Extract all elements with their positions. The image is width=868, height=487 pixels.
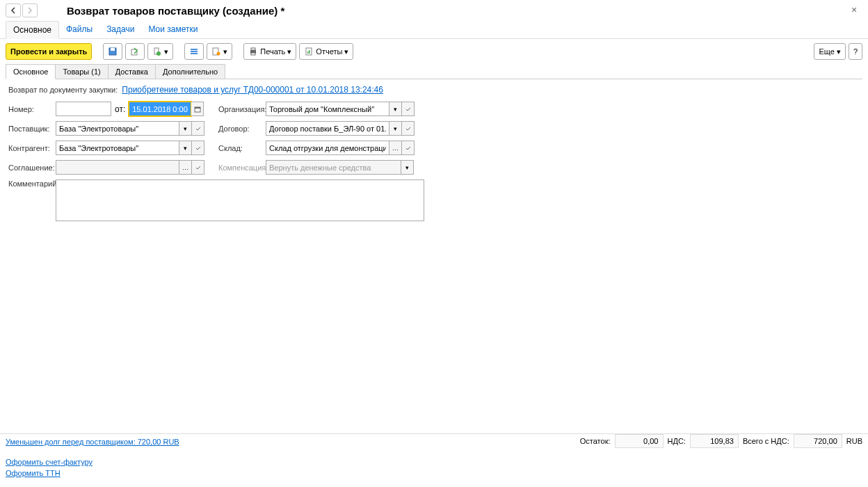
- org-open-button[interactable]: [402, 102, 415, 116]
- svg-rect-12: [251, 53, 255, 55]
- row-agreement-compensation: Соглашение: … Компенсация: ▾: [8, 160, 860, 175]
- svg-rect-6: [191, 51, 198, 52]
- counterparty-open-button[interactable]: [192, 141, 204, 155]
- debt-link-area: Уменьшен долг перед поставщиком: 720,00 …: [6, 437, 179, 447]
- content-tab-additional[interactable]: Дополнительно: [155, 64, 225, 79]
- date-input[interactable]: [129, 102, 191, 116]
- window-title: Возврат товаров поставщику (создание) *: [67, 5, 284, 17]
- number-input[interactable]: [56, 102, 111, 116]
- comment-textarea[interactable]: [56, 179, 424, 221]
- counterparty-label: Контрагент:: [8, 144, 56, 152]
- dropdown-icon: ▾: [223, 47, 227, 56]
- return-by-doc-link[interactable]: Приобретение товаров и услуг ТД00-000001…: [122, 85, 383, 95]
- nav-back-button[interactable]: [6, 3, 21, 17]
- row-number-org: Номер: от: Организация: ▾: [8, 102, 860, 116]
- top-tab-files[interactable]: Файлы: [59, 21, 99, 38]
- agreement-open-button[interactable]: [192, 160, 204, 175]
- counterparty-dropdown-button[interactable]: ▾: [179, 141, 192, 155]
- warehouse-choose-button[interactable]: …: [389, 141, 402, 155]
- org-input[interactable]: [266, 102, 389, 116]
- top-tab-main[interactable]: Основное: [6, 21, 59, 39]
- debt-reduced-link[interactable]: Уменьшен долг перед поставщиком: 720,00 …: [6, 438, 179, 446]
- post-icon: [130, 47, 140, 56]
- exchange-icon: [211, 47, 221, 56]
- compensation-dropdown-button[interactable]: ▾: [401, 160, 414, 175]
- top-tab-tasks[interactable]: Задачи: [99, 21, 141, 38]
- org-dropdown-button[interactable]: ▾: [389, 102, 402, 116]
- currency-label: RUB: [846, 437, 862, 445]
- arrow-right-icon: [26, 7, 33, 14]
- balance-value: 0,00: [615, 434, 664, 448]
- dropdown-icon: ▾: [164, 47, 168, 56]
- agreement-label: Соглашение:: [8, 163, 56, 172]
- warehouse-input[interactable]: [266, 141, 389, 155]
- agreement-input: [56, 160, 179, 175]
- create-ttn-link[interactable]: Оформить ТТН: [6, 469, 93, 477]
- post-and-close-button[interactable]: Провести и закрыть: [6, 43, 92, 60]
- dropdown-icon: ▾: [344, 47, 348, 56]
- calendar-button[interactable]: [191, 102, 204, 116]
- form-area: Возврат по документу закупки: Приобретен…: [0, 79, 868, 232]
- contract-dropdown-button[interactable]: ▾: [389, 121, 402, 136]
- create-based-button[interactable]: ▾: [147, 43, 173, 60]
- svg-point-9: [217, 52, 220, 56]
- top-tabs: Основное Файлы Задачи Мои заметки: [0, 21, 868, 39]
- top-tab-notes[interactable]: Мои заметки: [141, 21, 204, 38]
- header-bar: Возврат товаров поставщику (создание) * …: [0, 0, 868, 21]
- close-button[interactable]: ×: [851, 4, 862, 15]
- warehouse-label: Склад:: [218, 144, 266, 152]
- footer-links: Оформить счет-фактуру Оформить ТТН: [6, 458, 93, 480]
- save-icon: [108, 47, 118, 56]
- nav-forward-button[interactable]: [22, 3, 38, 17]
- row-counterparty-warehouse: Контрагент: ▾ Склад: …: [8, 141, 860, 155]
- supplier-open-button[interactable]: [192, 121, 204, 136]
- svg-rect-11: [251, 48, 255, 50]
- svg-rect-15: [309, 50, 310, 54]
- warehouse-open-button[interactable]: [402, 141, 415, 155]
- edi-button[interactable]: ▾: [207, 43, 232, 60]
- row-comment: Комментарий:: [8, 179, 860, 221]
- open-icon: [405, 125, 412, 132]
- structure-button[interactable]: [184, 43, 204, 60]
- open-icon: [195, 145, 202, 152]
- create-invoice-link[interactable]: Оформить счет-фактуру: [6, 458, 93, 466]
- total-vat-label: Всего с НДС:: [743, 437, 789, 445]
- supplier-label: Поставщик:: [8, 125, 56, 133]
- post-button[interactable]: [125, 43, 145, 60]
- supplier-dropdown-button[interactable]: ▾: [179, 121, 192, 136]
- supplier-input[interactable]: [56, 121, 179, 136]
- comment-label: Комментарий:: [8, 179, 56, 188]
- vat-value: 109,83: [690, 434, 739, 448]
- contract-input[interactable]: [266, 121, 389, 136]
- dropdown-icon: ▾: [837, 47, 841, 56]
- return-by-doc-row: Возврат по документу закупки: Приобретен…: [8, 85, 860, 95]
- row-supplier-contract: Поставщик: ▾ Договор: ▾: [8, 121, 860, 136]
- vat-label: НДС:: [668, 437, 686, 445]
- date-prefix: от:: [115, 104, 125, 114]
- counterparty-input[interactable]: [56, 141, 179, 155]
- number-label: Номер:: [8, 105, 56, 113]
- content-tab-main[interactable]: Основное: [6, 64, 56, 79]
- contract-open-button[interactable]: [402, 121, 415, 136]
- return-by-doc-label: Возврат по документу закупки:: [8, 86, 118, 94]
- contract-label: Договор:: [218, 125, 266, 133]
- footer-totals: Остаток: 0,00 НДС: 109,83 Всего с НДС: 7…: [580, 434, 862, 448]
- svg-rect-5: [191, 49, 198, 50]
- open-icon: [195, 164, 202, 171]
- print-button[interactable]: Печать ▾: [243, 43, 296, 60]
- svg-rect-14: [307, 51, 309, 54]
- more-button[interactable]: Еще ▾: [814, 43, 845, 60]
- toolbar: Провести и закрыть ▾ ▾ Печать ▾ Отчеты ▾…: [0, 39, 868, 64]
- reports-button[interactable]: Отчеты ▾: [299, 43, 353, 60]
- save-button[interactable]: [103, 43, 122, 60]
- help-button[interactable]: ?: [849, 43, 862, 60]
- content-tabs: Основное Товары (1) Доставка Дополнитель…: [6, 64, 862, 79]
- open-icon: [405, 145, 412, 152]
- dropdown-icon: ▾: [287, 47, 291, 56]
- calendar-icon: [194, 106, 201, 113]
- total-vat-value: 720,00: [794, 434, 842, 448]
- content-tab-delivery[interactable]: Доставка: [108, 64, 156, 79]
- content-tab-goods[interactable]: Товары (1): [55, 64, 108, 79]
- agreement-choose-button[interactable]: …: [179, 160, 192, 175]
- arrow-left-icon: [10, 7, 17, 14]
